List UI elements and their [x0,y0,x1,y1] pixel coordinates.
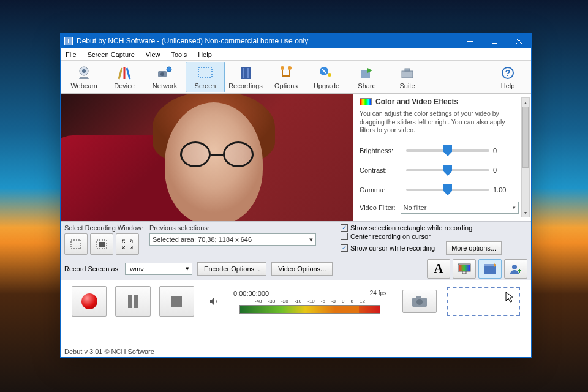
camera-icon [411,295,428,308]
svg-rect-0 [492,39,497,43]
db-scale: -48-38-28-18-10-6-30612 [255,298,365,304]
filter-label: Video Filter: [360,204,396,211]
speaker-icon [209,296,219,306]
pause-icon [128,295,138,308]
select-fullscreen-button[interactable] [90,233,113,255]
menu-file[interactable]: File [66,51,77,58]
share-icon [358,65,375,81]
toolbar-network[interactable]: Network [145,62,184,92]
film-icon [483,263,497,275]
audio-meter: 0:00:00:000 24 fps -48-38-28-18-10-6-306… [233,290,386,314]
scroll-down-icon[interactable]: ▾ [522,208,529,217]
fps-display: 24 fps [370,290,386,297]
record-format-bar: Record Screen as: .wmv ▾ Encoder Options… [61,257,531,280]
center-cursor-checkbox[interactable]: Center recording on cursor [341,233,502,240]
svg-rect-21 [459,265,470,271]
titlebar[interactable]: Debut by NCH Software - (Unlicensed) Non… [61,34,531,48]
contrast-value: 0 [493,167,516,174]
slider-thumb-icon[interactable] [443,184,452,195]
svg-rect-7 [241,67,251,79]
text-caption-tool[interactable]: A [427,259,450,279]
toolbar-suite[interactable]: Suite [388,62,427,92]
close-button[interactable] [507,34,531,48]
screen-icon [197,65,214,81]
toolbar-upgrade[interactable]: Upgrade [307,62,346,92]
previous-selection-dropdown[interactable]: Selected area: 70,38; 1184 x 646 ▾ [149,233,316,246]
svg-point-24 [512,265,517,270]
svg-point-26 [417,299,423,305]
show-cursor-checkbox[interactable]: ✓ Show cursor while recording More optio… [341,241,502,255]
svg-text:?: ? [505,68,511,78]
record-button[interactable] [72,286,107,317]
snapshot-button[interactable] [402,290,437,313]
selection-bar: Select Recording Window: Previous select… [61,221,531,257]
contrast-slider[interactable] [406,169,489,172]
effects-description: You can adjust the color settings of you… [360,110,519,135]
select-rectangle-button[interactable] [64,233,88,255]
gamma-slider[interactable] [406,189,489,191]
svg-rect-19 [99,242,105,247]
toolbar-screen[interactable]: Screen [186,62,225,92]
encoder-options-button[interactable]: Encoder Options... [197,262,266,276]
effects-title: Color and Video Effects [375,97,458,106]
toolbar-share[interactable]: Share [347,62,386,92]
close-icon [516,38,522,45]
show-rectangle-checkbox[interactable]: ✓ Show selection rectangle while recordi… [341,224,502,232]
format-select[interactable]: .wmv ▾ [125,263,192,275]
filled-screen-icon [95,238,108,251]
webcam-icon [75,65,92,81]
watermark-tool[interactable] [478,259,502,279]
network-icon [156,65,173,81]
webcam-overlay-tool[interactable] [504,259,527,279]
menu-view[interactable]: View [146,51,160,58]
upgrade-icon [318,65,335,81]
svg-rect-27 [416,296,421,298]
slider-thumb-icon[interactable] [443,165,452,176]
menu-help[interactable]: Help [198,51,212,58]
minimize-icon [467,38,473,45]
effects-scrollbar[interactable]: ▴ ▾ [521,97,530,217]
maximize-button[interactable] [482,34,507,48]
monitor-color-icon [457,263,472,275]
status-bar: Debut v 3.01 © NCH Software [61,345,531,357]
scrollbar-thumb[interactable] [522,107,529,168]
main-toolbar: Webcam Device Network Screen Recordings … [61,61,531,94]
text-a-icon: A [434,262,443,276]
color-tool[interactable] [453,259,476,279]
menu-bar: File Screen Capture View Tools Help [61,48,531,61]
slider-thumb-icon[interactable] [443,145,452,156]
options-icon [277,65,295,81]
toolbar-help[interactable]: ? Help [488,62,527,92]
svg-point-4 [160,72,164,76]
scroll-up-icon[interactable]: ▴ [522,98,529,107]
toolbar-recordings[interactable]: Recordings [226,62,265,92]
minimize-button[interactable] [458,34,482,48]
select-fit-button[interactable] [116,233,139,255]
menu-screen-capture[interactable]: Screen Capture [88,51,135,58]
more-options-button[interactable]: More options... [446,241,502,255]
video-options-button[interactable]: Video Options... [271,262,333,276]
pause-button[interactable] [115,286,150,317]
toolbar-options[interactable]: Options [266,62,306,92]
svg-point-9 [288,66,292,70]
filter-select[interactable]: No filter ▾ [401,202,519,214]
svg-point-2 [82,69,86,73]
checkbox-checked-icon: ✓ [341,224,348,232]
device-icon [116,65,133,81]
svg-rect-14 [405,69,410,71]
svg-rect-6 [198,67,212,77]
snapshot-preview[interactable] [447,287,520,316]
record-as-label: Record Screen as: [64,265,120,273]
suite-icon [399,65,416,81]
window-title: Debut by NCH Software - (Unlicensed) Non… [77,37,308,45]
brightness-slider[interactable] [406,149,489,152]
toolbar-webcam[interactable]: Webcam [64,62,104,92]
contrast-label: Contrast: [360,167,402,174]
menu-tools[interactable]: Tools [171,51,187,58]
app-window: Debut by NCH Software - (Unlicensed) Non… [60,33,532,358]
svg-rect-17 [71,240,81,249]
toolbar-device[interactable]: Device [105,62,144,92]
svg-point-5 [167,67,172,72]
stop-button[interactable] [159,286,194,317]
desktop-background: Debut by NCH Software - (Unlicensed) Non… [0,0,588,392]
